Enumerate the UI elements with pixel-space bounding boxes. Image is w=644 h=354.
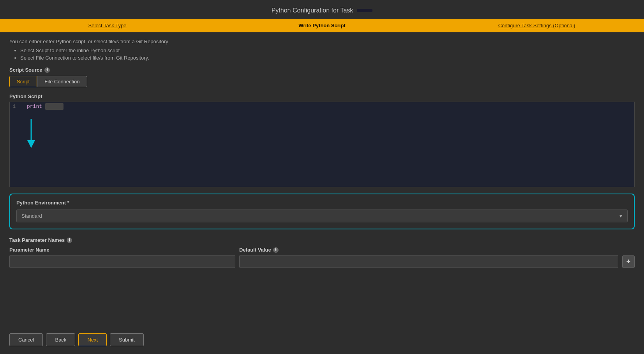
file-connection-btn[interactable]: File Connection <box>37 76 87 87</box>
header-title-bar: Python Configuration for Task <box>0 0 644 19</box>
python-script-label: Python Script <box>9 93 635 99</box>
script-source-buttons: Script File Connection <box>9 76 635 87</box>
bullet-2: Select File Connection to select file/s … <box>20 55 635 61</box>
submit-button[interactable]: Submit <box>110 333 143 346</box>
param-name-input[interactable] <box>9 255 235 268</box>
task-name-badge <box>357 9 372 12</box>
bullet-1: Select Script to enter the inline Python… <box>20 48 635 53</box>
code-line-1-content: print <box>27 104 64 109</box>
param-col-name-header: Parameter Name <box>9 247 235 253</box>
param-col-default-header: Default Value ℹ <box>239 247 635 253</box>
wizard-step-select-task[interactable]: Select Task Type <box>0 19 215 32</box>
line-number-1: 1 <box>13 104 22 109</box>
wizard-step-write-script[interactable]: Write Python Script <box>215 19 429 32</box>
task-params-info-icon[interactable]: ℹ <box>67 238 72 243</box>
code-editor[interactable]: 1 print <box>9 102 635 187</box>
intro-bullets: Select Script to enter the inline Python… <box>20 48 635 61</box>
svg-marker-1 <box>27 140 35 148</box>
next-button[interactable]: Next <box>78 333 107 346</box>
back-button[interactable]: Back <box>46 333 75 346</box>
code-string <box>45 103 64 110</box>
default-value-info-icon[interactable]: ℹ <box>273 247 279 253</box>
script-source-label: Script Source ℹ <box>9 67 635 73</box>
params-row-1: + <box>9 255 635 268</box>
script-btn[interactable]: Script <box>9 76 37 87</box>
python-environment-section: Python Environment * Standard Custom <box>9 194 635 229</box>
page-title: Python Configuration for Task <box>272 7 353 14</box>
intro-text: You can either enter Python script, or s… <box>9 39 635 44</box>
wizard-step-configure-settings[interactable]: Configure Task Settings (Optional) <box>429 19 644 32</box>
cancel-button[interactable]: Cancel <box>9 333 43 346</box>
python-env-label: Python Environment * <box>16 200 628 206</box>
params-table: Parameter Name Default Value ℹ + <box>9 247 635 268</box>
down-arrow-svg <box>25 119 37 150</box>
task-params-section: Task Parameter Names ℹ Parameter Name De… <box>9 237 635 268</box>
code-line-1: 1 print <box>10 102 634 111</box>
code-keyword-print: print <box>27 104 42 109</box>
python-env-select[interactable]: Standard Custom <box>16 210 628 222</box>
add-param-button[interactable]: + <box>622 255 635 268</box>
params-header: Parameter Name Default Value ℹ <box>9 247 635 253</box>
param-default-input[interactable] <box>239 255 618 268</box>
footer-buttons: Cancel Back Next Submit <box>0 326 153 354</box>
main-content: You can either enter Python script, or s… <box>0 32 644 282</box>
python-env-select-wrapper: Standard Custom <box>16 210 628 222</box>
task-params-label: Task Parameter Names ℹ <box>9 237 635 243</box>
wizard-steps-bar: Select Task Type Write Python Script Con… <box>0 19 644 32</box>
script-source-info-icon[interactable]: ℹ <box>44 67 50 73</box>
down-arrow-indicator <box>10 111 634 154</box>
